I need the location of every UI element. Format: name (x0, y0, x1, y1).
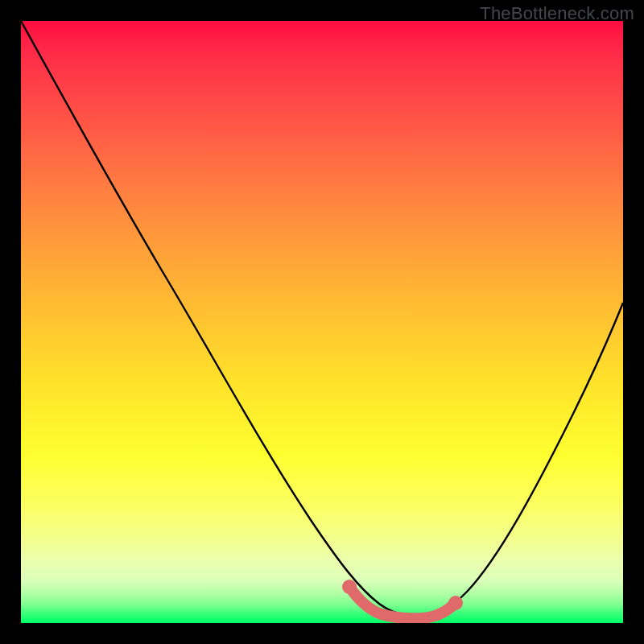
highlight-end-dot (448, 596, 463, 610)
highlight-start-dot (342, 580, 357, 594)
bottleneck-curve-svg (21, 21, 623, 623)
highlight-segment (349, 587, 456, 618)
plot-area (21, 21, 623, 623)
chart-frame: TheBottleneck.com (0, 0, 644, 644)
bottleneck-curve (21, 21, 623, 617)
